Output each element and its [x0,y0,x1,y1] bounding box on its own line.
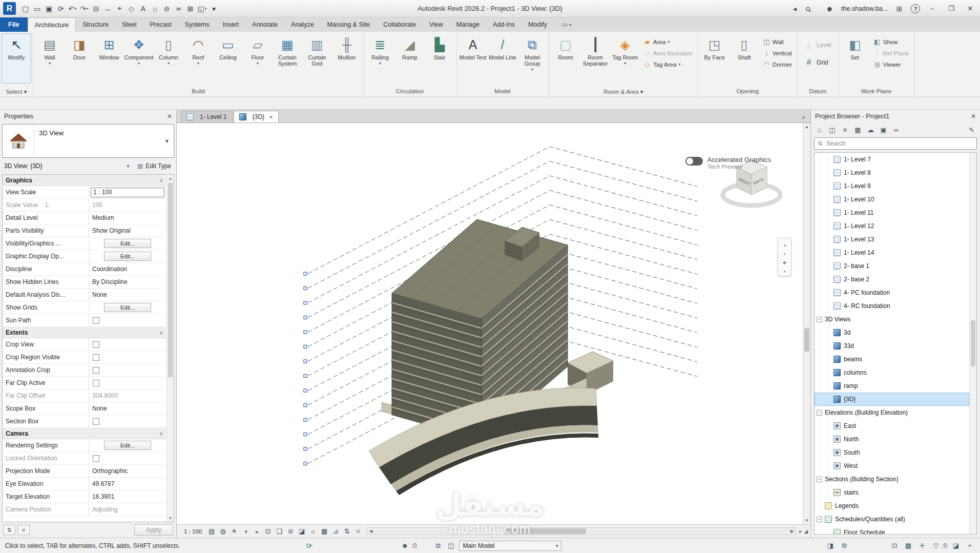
vertical-scrollbar[interactable]: ▲ ▼ [803,123,810,524]
close-button[interactable]: ✕ [964,3,977,15]
browser-item-1-level-10[interactable]: 1- Level 10 [815,193,969,206]
room-area-area-button[interactable]: ▰Area▾ [642,37,694,47]
background-processes-icon[interactable]: ⚙ [839,542,849,549]
rendering-settings-edit-button[interactable]: Edit... [104,441,151,450]
room-area-tag-area-button[interactable]: ◇Tag Area▾ [642,59,694,69]
sort-ascending-icon[interactable]: ⇅ [3,525,15,535]
model-model-text-button[interactable]: AModel Text [458,33,488,84]
opening-vertical-button[interactable]: ↕Vertical [762,48,793,58]
browser-item-columns[interactable]: columns [815,366,969,379]
search-icon[interactable]: ⚲ [804,0,821,17]
close-icon[interactable]: ✕ [167,113,172,120]
close-hidden-windows-icon[interactable]: ⊠ [184,3,196,15]
scroll-right-arrow[interactable]: ▶ [788,528,796,535]
worksets-icon[interactable]: ⧉ [433,542,443,550]
measure-icon[interactable]: ↔ [102,3,114,15]
browser-item-west[interactable]: West [815,459,969,473]
apply-button[interactable]: Apply [134,524,173,536]
text-icon[interactable]: A [137,3,149,15]
default-analysis-dis-value[interactable]: None [91,291,107,298]
selection-filter[interactable]: ▽:0 [931,542,947,549]
ribbon-panel-label-room-area[interactable]: Room & Area ▾ [549,87,698,97]
build-roof-button[interactable]: ◠Roof▾ [183,33,213,84]
browser-item-sections-building-section[interactable]: −Sections (Building Section) [815,473,969,486]
ribbon-display-toggle[interactable]: ▭▾ [562,17,571,32]
visibility-graphics-edit-button[interactable]: Edit... [104,239,151,248]
parts-visibility-value[interactable]: Show Original [91,227,131,234]
sun-path-icon[interactable]: ☀ [228,526,240,537]
temporary-hide-isolate-icon[interactable]: ◪ [296,526,307,537]
ribbon-tab-massing-site[interactable]: Massing & Site [321,17,377,32]
sync-status-icon[interactable]: ⟳ [306,542,312,550]
undo-icon[interactable]: ↶▾ [67,3,78,15]
restore-view-icon[interactable]: ∧ [797,114,810,122]
collapse-icon[interactable]: ◂ [789,3,801,15]
browser-home-icon[interactable]: ⌂ [814,125,825,135]
build-curtain-grid-button[interactable]: ▥Curtain Grid [302,33,332,84]
drag-elements-on-selection-toggle-icon[interactable]: + [965,542,975,549]
room-area-room-button[interactable]: ▢Room [551,33,580,84]
view-tab-3d[interactable]: {3D}✕ [234,111,279,122]
opening-dormer-button[interactable]: ◠Dormer [762,59,793,69]
ribbon-tab-annotate[interactable]: Annotate [245,17,284,32]
select-underlay-elements-toggle-icon[interactable]: ▦ [903,542,913,549]
model-model-line-button[interactable]: /Model Line [488,33,517,84]
ribbon-tab-modify[interactable]: Modify [522,17,554,32]
build-wall-button[interactable]: ▤Wall▾ [35,33,65,84]
scrollbar-thumb[interactable] [168,183,173,377]
browser-search-input[interactable]: ⚲ Search [814,137,977,150]
scale-value-1-value[interactable]: 100 [91,201,102,209]
sun-path-checkbox[interactable] [93,317,99,324]
temporary-view-properties-icon[interactable]: ▦ [319,526,330,537]
work-plane-show-button[interactable]: ◧Show [872,37,910,47]
help-icon[interactable]: ? [911,4,920,13]
ribbon-tab-add-ins[interactable]: Add-Ins [486,17,522,32]
browser-item-4-pc-foundation[interactable]: 4- PC foundation [815,286,969,299]
ribbon-tab-steel[interactable]: Steel [115,17,143,32]
tag-icon[interactable]: ◇ [126,3,137,15]
accelerated-graphics-toggle-switch[interactable] [685,157,703,166]
detail-level-icon[interactable]: ▤ [206,526,217,537]
browser-item-1-level-8[interactable]: 1- Level 8 [815,166,969,179]
opening-shaft-button[interactable]: ▯Shaft [729,33,759,84]
browser-item-3d-views[interactable]: −3D Views [815,313,969,326]
datum-level-button[interactable]: ⊥Level [802,38,833,52]
store-cart-icon[interactable]: ⊞ [893,3,905,15]
browser-item-east[interactable]: East [815,419,969,433]
customize-quick-access-icon[interactable]: ▾ [208,3,220,15]
build-column-button[interactable]: ▯Column▾ [154,33,183,84]
browser-item-1-level-9[interactable]: 1- Level 9 [815,179,969,193]
browser-cloud-icon[interactable]: ☁ [865,125,876,135]
browser-item-beams[interactable]: beams [815,353,969,366]
section-box-checkbox[interactable] [93,418,99,425]
switch-windows-icon[interactable]: ◱▾ [196,3,208,15]
far-clip-offset-value[interactable]: 304.8000 [91,392,118,399]
build-curtain-system-button[interactable]: ▦Curtain System [273,33,302,84]
sort-grouped-icon[interactable]: ≡ [17,525,30,535]
locked-orientation-checkbox[interactable] [93,455,99,462]
ribbon-tab-precast[interactable]: Precast [143,17,178,32]
view-scale-button[interactable]: 1 : 100 [180,526,206,537]
detail-level-value[interactable]: Medium [91,214,114,221]
browser-list-icon[interactable]: ≡ [840,125,850,135]
tree-collapse-icon[interactable]: − [817,477,822,482]
show-rendering-dialog-icon[interactable]: ◒ [251,526,262,537]
camera-position-value[interactable]: Adjusting [91,506,117,513]
ribbon-tab-structure[interactable]: Structure [76,17,115,32]
build-mullion-button[interactable]: ╫Mullion [332,33,362,84]
new-file-icon[interactable]: ▢ [19,3,31,15]
far-clip-active-checkbox[interactable] [93,380,99,386]
crop-view-icon[interactable]: ⊡ [262,526,274,537]
ribbon-tab-insert[interactable]: Insert [216,17,245,32]
work-plane-ref-plane-button[interactable]: /Ref Plane [872,48,910,58]
work-plane-set-button[interactable]: ◧Set [840,33,870,84]
reveal-constraints-icon[interactable]: ⌗ [352,526,364,537]
browser-edit-icon[interactable]: ✎ [966,125,977,135]
build-window-button[interactable]: ⊞Window [94,33,124,84]
zoom-control-button[interactable]: ⌖ [779,258,790,268]
browser-item-schedules-quantities-all[interactable]: −Schedules/Quantities (all) [815,513,969,526]
view-scale-field[interactable]: 1 : 100 [91,188,164,197]
circulation-stair-button[interactable]: ▙Stair [425,33,454,84]
browser-item-3d[interactable]: 3d [815,326,969,339]
default-3d-view-icon[interactable]: ⌂ [149,3,161,15]
